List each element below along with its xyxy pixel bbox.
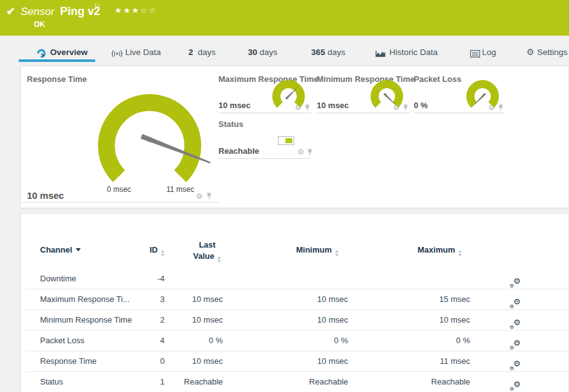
cell-maximum: 15 msec — [386, 289, 470, 309]
min-response-time-value: 10 msec — [317, 101, 349, 110]
cell-minimum: 10 msec — [264, 289, 348, 309]
table-row-response-time: Response Time 0 10 msec 10 msec 11 msec … — [26, 351, 568, 372]
tab-30-days-number: 30 — [248, 48, 257, 57]
cell-maximum: 10 msec — [386, 310, 470, 330]
response-time-gauge — [81, 85, 218, 185]
channel-pin-icon[interactable] — [307, 149, 313, 156]
table-row-max-response-time: Maximum Response Ti... 3 10 msec 10 msec… — [26, 289, 568, 310]
channel-pin-icon[interactable] — [304, 104, 310, 111]
table-body: Downtime -4 ⚙⚙ Maximum Response Ti... 3 … — [26, 269, 568, 392]
cell-last-value: 10 msec — [154, 351, 223, 371]
tab-30-days-unit: days — [260, 48, 278, 57]
overview-gauges-panel: Response Time 0 msec 11 msec 10 msec ⚙ M… — [20, 66, 569, 208]
response-time-value: 10 msec — [27, 190, 64, 201]
max-response-time-value: 10 msec — [218, 101, 250, 110]
cell-maximum: 11 msec — [386, 351, 470, 371]
tab-log[interactable]: Log — [482, 48, 496, 57]
status-toggle-knob — [285, 138, 292, 143]
cell-id: -4 — [113, 269, 165, 289]
priority-stars[interactable]: ★★★☆☆ — [115, 6, 157, 15]
tab-365-days-unit: days — [327, 48, 346, 57]
tab-bar: Overview Live Data 2 days 30 days 365 da… — [0, 36, 569, 66]
cell-maximum: 0 % — [386, 331, 470, 351]
sort-icon — [217, 256, 221, 263]
table-row-min-response-time: Minimum Response Time 2 10 msec 10 msec … — [26, 310, 568, 331]
tab-2-days-number: 2 — [188, 48, 193, 57]
column-header-maximum-label: Maximum — [418, 245, 455, 254]
table-row-downtime: Downtime -4 ⚙⚙ — [26, 269, 568, 289]
sort-icon — [335, 250, 339, 256]
channel-settings-gears-icon[interactable]: ⚙⚙ — [509, 269, 524, 289]
channel-pin-icon[interactable] — [206, 193, 212, 199]
table-row-packet-loss: Packet Loss 4 0 % 0 % 0 % ⚙⚙ — [26, 331, 568, 351]
channel-gear-icon[interactable]: ⚙ — [295, 104, 302, 111]
tab-365-days[interactable]: 365 days — [311, 48, 346, 57]
cell-minimum: 10 msec — [264, 351, 348, 371]
tab-overview[interactable]: Overview — [50, 48, 88, 57]
tab-historic-data[interactable]: Historic Data — [389, 48, 438, 57]
tab-live-data[interactable]: Live Data — [125, 48, 161, 57]
channel-pin-icon[interactable] — [498, 104, 504, 111]
channel-settings-gears-icon[interactable]: ⚙⚙ — [509, 331, 524, 351]
cell-maximum: Reachable — [386, 372, 470, 392]
flag-icon[interactable]: ⚐ — [94, 2, 101, 11]
historic-data-chart-icon — [376, 49, 386, 58]
column-header-minimum[interactable]: Minimum — [264, 245, 339, 256]
column-header-channel-label: Channel — [40, 245, 72, 254]
column-header-maximum[interactable]: Maximum — [386, 245, 462, 256]
column-header-id[interactable]: ID — [113, 245, 165, 256]
column-header-last-label: Last — [199, 240, 216, 249]
gauge-scale-max-label: 11 msec — [161, 185, 199, 194]
cell-last-value: 0 % — [154, 331, 223, 351]
channel-settings-gears-icon[interactable]: ⚙⚙ — [509, 372, 524, 392]
sort-desc-icon — [76, 248, 81, 251]
column-header-value-label: Value — [193, 251, 215, 261]
channel-settings-gears-icon[interactable]: ⚙⚙ — [509, 289, 524, 309]
cell-minimum: 0 % — [264, 331, 348, 351]
packet-loss-value: 0 % — [414, 101, 428, 110]
column-header-channel[interactable]: Channel — [40, 245, 81, 254]
sensor-header: ✔ Sensor Ping v2 ⚐ ★★★☆☆ OK — [0, 0, 569, 36]
channel-gear-icon[interactable]: ⚙ — [196, 193, 203, 200]
status-value: Reachable — [218, 146, 259, 156]
sensor-page: ✔ Sensor Ping v2 ⚐ ★★★☆☆ OK Overview Liv… — [0, 0, 569, 392]
channel-gear-icon[interactable]: ⚙ — [297, 148, 304, 156]
divider — [23, 202, 218, 203]
packet-loss-title: Packet Loss — [414, 74, 461, 84]
cell-minimum: Reachable — [264, 372, 348, 392]
object-kind-label: Sensor — [21, 6, 54, 18]
channel-settings-gears-icon[interactable]: ⚙⚙ — [509, 310, 524, 330]
min-response-time-block: Minimum Response Time 10 msec ⚙ — [317, 71, 409, 114]
sort-icon — [161, 250, 165, 256]
channel-gear-icon[interactable]: ⚙ — [393, 104, 400, 111]
tab-settings[interactable]: Settings — [537, 48, 568, 57]
sort-icon — [458, 250, 462, 256]
log-list-icon — [470, 50, 480, 58]
cell-last-value: 10 msec — [154, 310, 223, 330]
channel-pin-icon[interactable] — [402, 104, 409, 111]
stars-empty[interactable]: ☆☆ — [140, 6, 157, 15]
stars-filled[interactable]: ★★★ — [115, 6, 140, 15]
channel-gear-icon[interactable]: ⚙ — [488, 104, 495, 111]
divider — [218, 158, 311, 159]
live-data-broadcast-icon — [111, 49, 123, 58]
active-tab-underline — [19, 59, 95, 62]
channel-settings-gears-icon[interactable]: ⚙⚙ — [509, 351, 524, 371]
status-block: Status Reachable ⚙ — [218, 116, 311, 159]
settings-gear-icon: ⚙ — [526, 47, 535, 57]
cell-last-value: Reachable — [154, 372, 223, 392]
sensor-status-text: OK — [34, 20, 45, 29]
status-title: Status — [218, 119, 243, 129]
column-header-last-value[interactable]: LastValue — [173, 239, 242, 263]
divider — [218, 113, 311, 113]
packet-loss-block: Packet Loss 0 % ⚙ — [414, 71, 505, 114]
channel-table-panel: Channel ID LastValue Minimum Maximum Dow… — [20, 213, 569, 392]
divider — [317, 113, 409, 113]
tab-365-days-number: 365 — [311, 48, 326, 57]
max-response-time-block: Maximum Response Time 10 msec ⚙ — [218, 71, 311, 114]
status-toggle-indicator — [278, 136, 294, 145]
tab-2-days[interactable]: 2 days — [188, 48, 216, 57]
tab-30-days[interactable]: 30 days — [248, 48, 277, 57]
cell-last-value: 10 msec — [154, 289, 223, 309]
status-ok-check-icon: ✔ — [6, 5, 15, 18]
